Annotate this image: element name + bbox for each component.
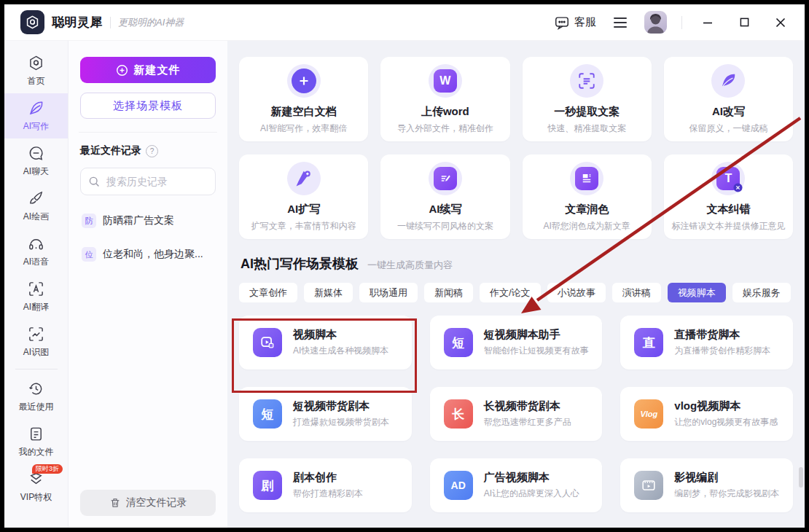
search-icon	[88, 176, 100, 187]
file-name: 位老和尚，他身边聚...	[103, 248, 203, 261]
sidebar-item-home[interactable]: 首页	[4, 48, 68, 93]
short-video-icon: 短	[444, 328, 473, 357]
card-ai-rewrite[interactable]: AI改写 保留原义，一键成稿	[664, 57, 793, 141]
file-badge: 位	[82, 247, 96, 262]
vlog-icon: Vlog	[634, 399, 663, 429]
section-subtitle: 一键生成高质量内容	[367, 259, 453, 272]
app-title: 聪明灵犀	[52, 14, 103, 31]
support-button[interactable]: 客服	[554, 15, 596, 31]
support-label: 客服	[574, 15, 596, 29]
template-grid: 视频脚本 AI快速生成各种视频脚本 短 短视频脚本助手 智能创作让短视频更有故事…	[239, 316, 793, 512]
help-icon[interactable]: ?	[146, 145, 158, 157]
card-ai-continue[interactable]: AI续写 一键续写不同风格的文案	[380, 154, 509, 239]
doc-pencil-icon	[434, 167, 457, 190]
chat-dots-icon	[554, 15, 570, 31]
maximize-icon	[740, 17, 749, 27]
brush-icon	[28, 190, 44, 207]
tab-workplace[interactable]: 职场通用	[359, 283, 418, 302]
card-extract-text[interactable]: 一秒提取文案 快速、精准提取文案	[523, 57, 652, 141]
template-long-video-sales[interactable]: 长 长视频带货剧本 帮您迅速带红更多产品	[430, 387, 603, 441]
template-short-video-assistant[interactable]: 短 短视频脚本助手 智能创作让短视频更有故事	[430, 316, 603, 369]
template-vlog-script[interactable]: Vlog vlog视频脚本 让您的vlog视频更有故事感	[620, 387, 793, 441]
template-livestream-script[interactable]: 直 直播带货脚本 为直播带货创作精彩脚本	[620, 316, 793, 369]
sidebar-item-ai-voice[interactable]: AI语音	[4, 229, 68, 274]
tab-press-release[interactable]: 新闻稿	[424, 283, 473, 302]
video-script-icon	[253, 328, 282, 357]
feather-icon	[28, 100, 44, 117]
sidebar-item-ai-chat[interactable]: AI聊天	[4, 138, 68, 184]
card-new-blank-doc[interactable]: 新建空白文档 AI智能写作，效率翻倍	[239, 57, 368, 141]
file-badge: 防	[82, 214, 96, 228]
app-window: 聪明灵犀 更聪明的AI神器 客服	[4, 4, 805, 528]
card-text-correct[interactable]: T 文本纠错 标注错误文本并提供修正意见	[664, 154, 793, 239]
template-category-tabs: 文章创作 新媒体 职场通用 新闻稿 作文/论文 小说故事 演讲稿 视频脚本 娱乐…	[239, 283, 793, 302]
tab-new-media[interactable]: 新媒体	[304, 283, 353, 302]
sidebar-item-my-files[interactable]: 我的文件	[4, 419, 68, 464]
tab-fiction[interactable]: 小说故事	[547, 283, 606, 302]
article-icon	[575, 167, 598, 190]
template-short-video-sales[interactable]: 短 短视频带货剧本 打造爆款短视频带货剧本	[239, 387, 412, 441]
card-ai-expand[interactable]: AI扩写 扩写文章，丰富情节和内容	[239, 154, 368, 239]
maximize-button[interactable]	[733, 12, 755, 34]
file-panel: 新建文件 选择场景模板 最近文件记录 ? 防 防晒霜广告文案 位 位老和尚，他身…	[69, 41, 227, 528]
section-title: AI热门写作场景模板	[241, 255, 359, 273]
history-icon	[28, 380, 44, 397]
tab-entertainment[interactable]: 娱乐服务	[732, 283, 791, 302]
template-video-script[interactable]: 视频脚本 AI快速生成各种视频脚本	[239, 316, 412, 369]
card-article-polish[interactable]: 文章润色 AI帮您润色成为新文章	[523, 154, 652, 239]
sidebar-item-recent[interactable]: 最近使用	[4, 374, 68, 419]
sidebar-item-vip[interactable]: 限时3折 VIP特权	[4, 464, 68, 509]
sidebar-item-ai-image[interactable]: AI识图	[4, 319, 68, 364]
image-scan-icon	[28, 326, 44, 343]
card-upload-word[interactable]: W 上传word 导入外部文件，精准创作	[380, 57, 509, 141]
pen-plus-icon	[294, 169, 313, 188]
minimize-icon	[703, 17, 713, 28]
app-tagline: 更聪明的AI神器	[118, 16, 184, 29]
file-name: 防晒霜广告文案	[103, 214, 174, 227]
scan-text-icon	[577, 71, 596, 90]
recent-files-title: 最近文件记录	[80, 144, 141, 157]
tab-speech[interactable]: 演讲稿	[612, 283, 661, 302]
translate-icon	[28, 281, 44, 297]
plus-icon	[292, 69, 316, 93]
tab-video-script[interactable]: 视频脚本	[668, 283, 726, 302]
quick-actions-grid: 新建空白文档 AI智能写作，效率翻倍 W 上传word 导入外部文件，精准创作 …	[239, 57, 793, 239]
recent-file-item[interactable]: 防 防晒霜广告文案	[80, 204, 216, 238]
document-icon	[28, 426, 44, 442]
template-ad-video-script[interactable]: AD 广告视频脚本 AI让您的品牌更深入人心	[430, 458, 603, 512]
sidebar-item-ai-writing[interactable]: AI写作	[4, 93, 68, 138]
sidebar-item-ai-translate[interactable]: AI翻译	[4, 274, 68, 319]
close-button[interactable]	[770, 12, 792, 34]
choose-template-button[interactable]: 选择场景模板	[80, 93, 216, 119]
ad-icon: AD	[444, 471, 473, 500]
search-input[interactable]	[105, 175, 208, 188]
quill-icon	[719, 71, 738, 90]
new-file-button[interactable]: 新建文件	[80, 57, 216, 83]
tab-article-creation[interactable]: 文章创作	[239, 283, 297, 302]
film-icon	[634, 471, 663, 500]
headset-icon	[28, 235, 44, 252]
template-screenwriting[interactable]: 影视编剧 编剧梦，帮你完成影视剧本	[620, 458, 793, 512]
short-sales-icon: 短	[253, 399, 282, 429]
sidebar-divider	[15, 369, 58, 369]
panel-divider	[79, 132, 217, 133]
menu-icon[interactable]	[611, 15, 630, 31]
avatar[interactable]	[644, 11, 667, 34]
scrollbar-thumb[interactable]	[799, 467, 803, 488]
clear-history-button[interactable]: 清空文件记录	[80, 490, 216, 516]
text-correct-icon: T	[716, 167, 740, 190]
sidebar-item-ai-paint[interactable]: AI绘画	[4, 184, 68, 229]
word-icon: W	[434, 69, 457, 93]
chat-bubble-icon	[28, 145, 44, 162]
search-box[interactable]	[80, 168, 216, 195]
minimize-button[interactable]	[697, 12, 719, 34]
vip-discount-badge: 限时3折	[32, 464, 63, 474]
template-script-creation[interactable]: 剧 剧本创作 帮你打造精彩剧本	[239, 458, 412, 512]
sidebar: 首页 AI写作 AI聊天 AI绘画 AI语音	[4, 41, 69, 528]
tab-essay[interactable]: 作文/论文	[480, 283, 541, 302]
controls-divider	[681, 16, 682, 29]
recent-file-item[interactable]: 位 位老和尚，他身边聚...	[80, 238, 216, 271]
livestream-icon: 直	[634, 328, 663, 357]
plus-circle-icon	[116, 64, 128, 77]
home-icon	[28, 55, 44, 71]
